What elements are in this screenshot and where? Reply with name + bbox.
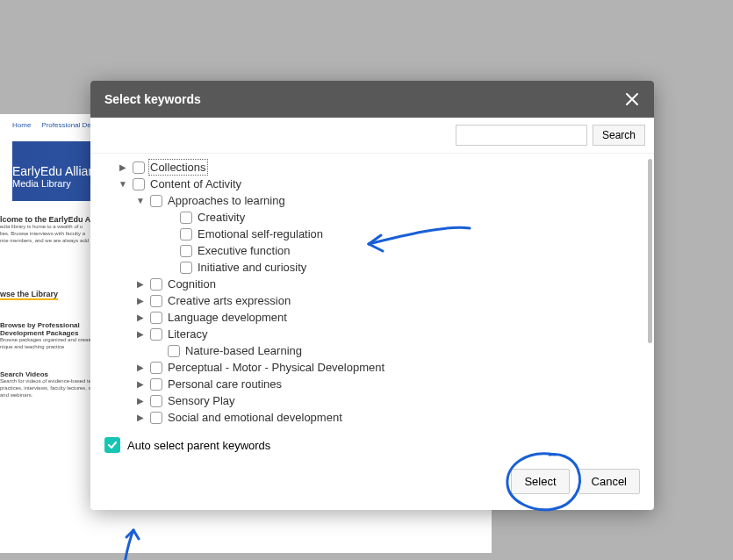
tree-label[interactable]: Collections (150, 161, 206, 174)
tree-row: ▶Nature-based Learning (101, 342, 649, 359)
select-keywords-modal: Select keywords Search ▶Collections▼Cont… (90, 81, 654, 510)
auto-select-checkbox[interactable] (104, 437, 120, 453)
tree-row: ▼Content of Activity (101, 176, 649, 192)
tree-row: ▶Language development (101, 309, 649, 326)
tree-label[interactable]: Language development (168, 311, 287, 324)
tree-label[interactable]: Content of Activity (150, 177, 241, 190)
tree-checkbox[interactable] (133, 162, 145, 174)
tree-row: ▶Perceptual - Motor - Physical Developme… (101, 359, 649, 376)
tree-checkbox[interactable] (180, 262, 192, 274)
tree-row: ▶Sensory Play (101, 392, 649, 409)
tree-area: ▶Collections▼Content of Activity▼Approac… (90, 154, 654, 430)
tree-label[interactable]: Creativity (198, 211, 245, 224)
expand-icon[interactable]: ▶ (136, 297, 145, 305)
tree-label[interactable]: Personal care routines (168, 377, 282, 391)
select-button[interactable]: Select (511, 469, 569, 494)
tree-row: ▶Personal care routines (101, 376, 649, 392)
tree-checkbox[interactable] (150, 362, 162, 374)
tree-checkbox[interactable] (150, 295, 162, 307)
expand-icon[interactable]: ▶ (136, 397, 145, 406)
expand-icon[interactable]: ▶ (136, 413, 145, 422)
auto-select-row: Auto select parent keywords (90, 430, 654, 453)
tree-label[interactable]: Social and emotional development (168, 411, 342, 424)
expand-icon[interactable]: ▶ (136, 380, 145, 389)
tree-checkbox[interactable] (150, 412, 162, 424)
auto-select-label: Auto select parent keywords (127, 439, 270, 452)
tree-checkbox[interactable] (150, 195, 162, 207)
collapse-icon[interactable]: ▼ (119, 180, 127, 189)
tree-row: ▶Creativity (101, 209, 649, 226)
collapse-icon[interactable]: ▼ (136, 197, 145, 205)
tree-row: ▶Social and emotional development (101, 409, 649, 425)
modal-title: Select keywords (104, 92, 201, 106)
tree-label[interactable]: Initiative and curiosity (198, 261, 306, 274)
scrollbar[interactable] (648, 159, 652, 343)
modal-header: Select keywords (90, 81, 654, 118)
tree-label[interactable]: Sensory Play (168, 394, 235, 407)
tree-label[interactable]: Nature-based Learning (185, 344, 302, 357)
search-input[interactable] (456, 125, 587, 146)
tree-label[interactable]: Executive function (198, 244, 291, 257)
tree-label[interactable]: Perceptual - Motor - Physical Developmen… (168, 361, 384, 374)
tree-label[interactable]: Literacy (168, 327, 208, 341)
expand-icon[interactable]: ▶ (136, 280, 145, 289)
expand-icon[interactable]: ▶ (136, 330, 145, 339)
tree-row: ▶Executive function (101, 242, 649, 259)
tree-row: ▶Initiative and curiosity (101, 259, 649, 276)
close-icon[interactable] (624, 91, 640, 107)
tree-row: ▶Emotional self-regulation (101, 226, 649, 242)
expand-icon[interactable]: ▶ (119, 163, 127, 172)
expand-icon[interactable]: ▶ (136, 363, 145, 372)
tree-label[interactable]: Creative arts expression (168, 294, 291, 307)
tree-checkbox[interactable] (168, 345, 180, 357)
search-bar: Search (90, 118, 654, 154)
tree-row: ▶Literacy (101, 326, 649, 342)
tree-checkbox[interactable] (150, 312, 162, 324)
tree-checkbox[interactable] (180, 212, 192, 224)
cancel-button[interactable]: Cancel (578, 469, 640, 494)
modal-footer: Select Cancel (90, 453, 654, 510)
tree-row: ▼Approaches to learning (101, 192, 649, 209)
tree-row: ▶Creative arts expression (101, 292, 649, 309)
tree-row: ▶Cognition (101, 276, 649, 292)
search-button[interactable]: Search (593, 125, 645, 146)
tree-checkbox[interactable] (133, 178, 145, 190)
tree-checkbox[interactable] (150, 378, 162, 391)
expand-icon[interactable]: ▶ (136, 313, 145, 322)
tree-checkbox[interactable] (150, 278, 162, 291)
tree-label[interactable]: Cognition (168, 277, 216, 291)
tree-checkbox[interactable] (150, 328, 162, 341)
tree-checkbox[interactable] (180, 245, 192, 257)
tree-checkbox[interactable] (180, 228, 192, 241)
tree-label[interactable]: Emotional self-regulation (198, 227, 323, 241)
keyword-tree[interactable]: ▶Collections▼Content of Activity▼Approac… (101, 159, 649, 425)
modal-overlay: Select keywords Search ▶Collections▼Cont… (0, 0, 733, 560)
tree-label[interactable]: Approaches to learning (168, 194, 285, 207)
tree-checkbox[interactable] (150, 395, 162, 407)
tree-row: ▶Collections (101, 159, 649, 176)
